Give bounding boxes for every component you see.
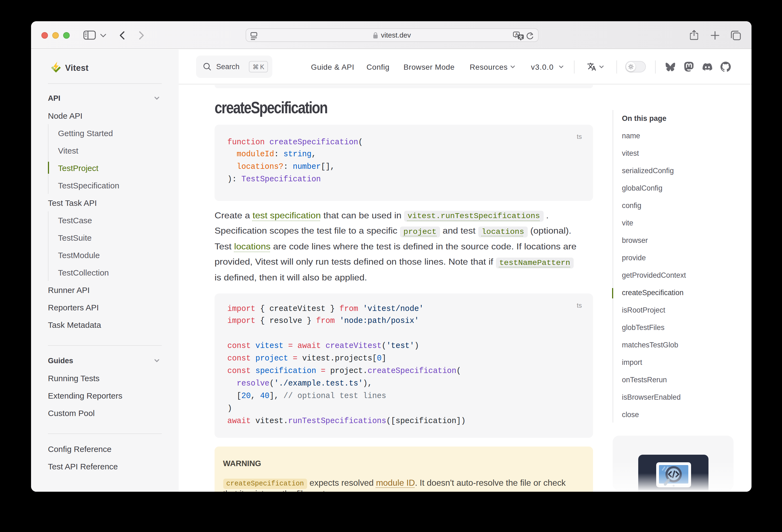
svg-text:A: A	[515, 32, 518, 36]
